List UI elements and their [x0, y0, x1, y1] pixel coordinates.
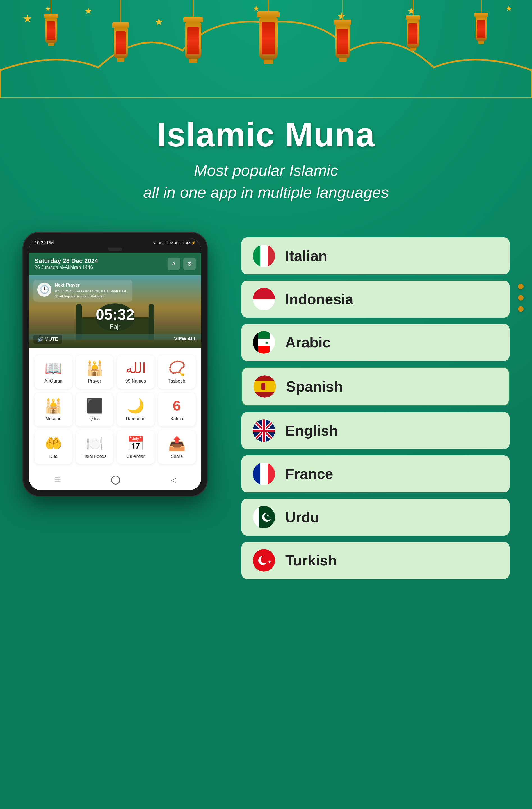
- lang-name-france: France: [285, 465, 333, 482]
- svg-text:★: ★: [265, 341, 269, 345]
- halal-icon: 🍽️: [78, 435, 111, 452]
- feature-prayer[interactable]: 🕌 Prayer: [76, 355, 114, 389]
- phone-section: 10:29 PM Vo 4G LTE Vo 4G LTE 42 ⚡: [22, 232, 219, 497]
- lantern-4: [257, 0, 280, 64]
- flag-urdu: ★: [253, 506, 275, 528]
- lang-name-italian: Italian: [285, 247, 327, 264]
- date-gregorian: Saturday 28 Dec 2024: [35, 257, 98, 264]
- nav-back-icon[interactable]: ◁: [171, 476, 176, 484]
- prayer-banner: 🕐 Next Prayer P7C7+W45, SA Garden Rd, Ka…: [29, 275, 201, 348]
- flag-turkish: [253, 549, 275, 572]
- feature-alquran[interactable]: 📖 Al-Quran: [35, 355, 72, 389]
- prayer-name: Fajr: [33, 323, 197, 330]
- feature-tasbeeh[interactable]: 📿 Tasbeeh: [158, 355, 196, 389]
- lantern-5: [334, 0, 352, 62]
- view-all-button[interactable]: VIEW ALL: [174, 336, 197, 342]
- ramadan-icon: 🌙: [119, 398, 153, 414]
- status-icons: Vo 4G LTE Vo 4G LTE 42 ⚡: [153, 241, 196, 245]
- lang-item-turkish[interactable]: Turkish: [242, 542, 510, 579]
- phone-bottom-nav: ☰ ◁: [29, 471, 201, 490]
- dua-icon: 🤲: [37, 435, 70, 452]
- feature-share[interactable]: 📤 Share: [158, 430, 196, 464]
- qibla-icon: ⬛: [78, 398, 111, 414]
- calendar-label: Calendar: [119, 454, 153, 459]
- lantern-1: [44, 0, 58, 46]
- phone-screen: 10:29 PM Vo 4G LTE Vo 4G LTE 42 ⚡: [29, 238, 201, 490]
- prayer-time: 05:32 Fajr: [33, 306, 197, 330]
- title-section: Islamic Muna Most popular Islamicall in …: [0, 98, 532, 215]
- features-row-3: 🤲 Dua 🍽️ Halal Foods 📅 Calendar: [35, 430, 196, 464]
- feature-calendar[interactable]: 📅 Calendar: [117, 430, 155, 464]
- tasbeeh-label: Tasbeeh: [160, 379, 194, 384]
- halal-label: Halal Foods: [78, 454, 111, 459]
- lang-item-spanish[interactable]: Spanish: [242, 367, 510, 406]
- settings-button[interactable]: ⚙: [183, 258, 196, 270]
- prayer-bottom-bar: 🔊 MUTE VIEW ALL: [33, 334, 197, 344]
- nav-home-icon[interactable]: [111, 476, 120, 485]
- dua-label: Dua: [37, 454, 70, 459]
- flag-italian: [253, 245, 275, 267]
- side-dots: [518, 284, 524, 312]
- prayer-time-display: 05:32: [33, 306, 197, 323]
- svg-point-41: [261, 556, 268, 563]
- status-time: 10:29 PM: [35, 240, 54, 245]
- alquran-icon: 📖: [37, 360, 70, 376]
- next-prayer-location: P7C7+W45, SA Garden Rd, Kala Shah Kaku,S…: [55, 289, 128, 299]
- lang-item-arabic[interactable]: ★ Arabic: [242, 324, 510, 361]
- mosque-label: Mosque: [37, 416, 70, 421]
- prayer-icon: 🕌: [78, 360, 111, 376]
- feature-ramadan[interactable]: 🌙 Ramadan: [117, 393, 155, 426]
- lang-item-italian[interactable]: Italian: [242, 237, 510, 274]
- lang-item-indonesia[interactable]: Indonesia: [242, 281, 510, 318]
- nav-menu-icon[interactable]: ☰: [54, 476, 60, 484]
- feature-halal[interactable]: 🍽️ Halal Foods: [76, 430, 114, 464]
- notch-area: [29, 248, 201, 253]
- phone-mockup: 10:29 PM Vo 4G LTE Vo 4G LTE 42 ⚡: [22, 232, 208, 497]
- feature-mosque[interactable]: 🕌 Mosque: [35, 393, 72, 426]
- date-islamic: 26 Jumada al-Akhirah 1446: [35, 264, 98, 270]
- svg-rect-32: [253, 430, 275, 432]
- features-row-1: 📖 Al-Quran 🕌 Prayer الله 99 Names: [35, 355, 196, 389]
- lang-item-france[interactable]: France: [242, 455, 510, 493]
- svg-rect-35: [253, 506, 259, 528]
- side-dot-3: [518, 306, 524, 312]
- translate-button[interactable]: A: [167, 258, 180, 270]
- header-icons: A ⚙: [167, 258, 196, 270]
- lantern-3: [183, 0, 203, 63]
- flag-france: [253, 463, 275, 485]
- lantern-6: [406, 0, 420, 51]
- flag-spanish: [253, 375, 276, 398]
- flag-arabic: ★: [253, 331, 275, 354]
- qibla-label: Qibla: [78, 416, 111, 421]
- main-content: 10:29 PM Vo 4G LTE Vo 4G LTE 42 ⚡: [0, 215, 532, 596]
- feature-99names[interactable]: الله 99 Names: [117, 355, 155, 389]
- lang-name-indonesia: Indonesia: [285, 291, 353, 308]
- lang-item-urdu[interactable]: ★ Urdu: [242, 499, 510, 536]
- lang-name-urdu: Urdu: [285, 509, 319, 526]
- features-section: 📖 Al-Quran 🕌 Prayer الله 99 Names: [29, 348, 201, 471]
- clock-icon: 🕐: [37, 282, 51, 297]
- prayer-label: Prayer: [78, 379, 111, 384]
- lang-item-english[interactable]: English: [242, 412, 510, 449]
- date-info: Saturday 28 Dec 2024 26 Jumada al-Akhira…: [35, 257, 98, 270]
- names-icon: الله: [119, 360, 153, 376]
- lang-name-turkish: Turkish: [285, 552, 337, 569]
- feature-dua[interactable]: 🤲 Dua: [35, 430, 72, 464]
- status-bar: 10:29 PM Vo 4G LTE Vo 4G LTE 42 ⚡: [29, 238, 201, 248]
- app-title: Islamic Muna: [11, 115, 521, 154]
- kalma-label: Kalma: [160, 416, 194, 421]
- side-dot-2: [518, 295, 524, 300]
- flag-indonesia: [253, 288, 275, 310]
- feature-qibla[interactable]: ⬛ Qibla: [76, 393, 114, 426]
- alquran-label: Al-Quran: [37, 379, 70, 384]
- mute-button[interactable]: 🔊 MUTE: [33, 334, 62, 344]
- mosque-icon: 🕌: [37, 398, 70, 414]
- feature-kalma[interactable]: 6 Kalma: [158, 393, 196, 426]
- lantern-7: [475, 0, 488, 44]
- next-prayer-info: Next Prayer P7C7+W45, SA Garden Rd, Kala…: [55, 282, 128, 299]
- side-dot-1: [518, 284, 524, 289]
- features-row-2: 🕌 Mosque ⬛ Qibla 🌙 Ramadan: [35, 393, 196, 426]
- kalma-icon: 6: [160, 398, 194, 414]
- calendar-icon: 📅: [119, 435, 153, 452]
- app-subtitle: Most popular Islamicall in one app in mu…: [11, 159, 521, 204]
